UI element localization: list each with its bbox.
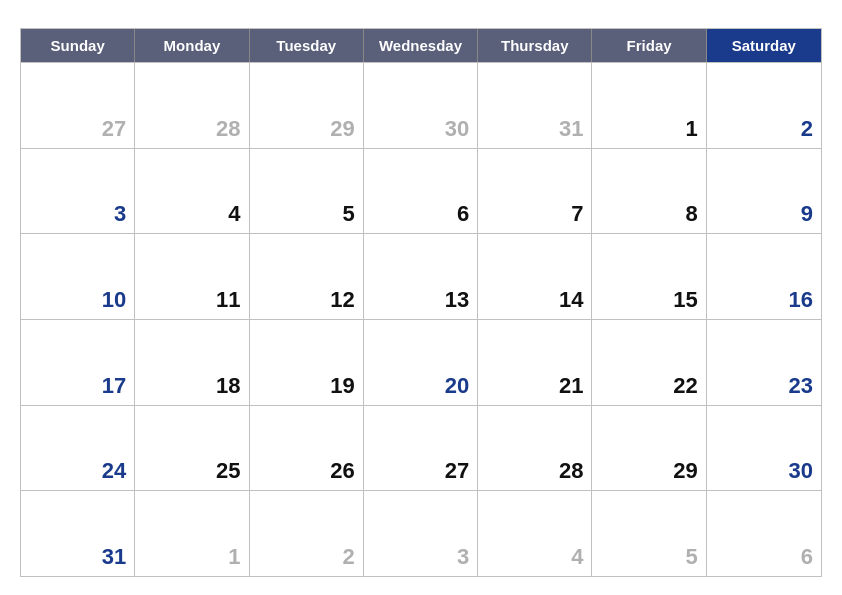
day-cell[interactable]: 30 [364, 63, 478, 148]
day-number: 4 [228, 201, 240, 227]
day-cell[interactable]: 1 [592, 63, 706, 148]
day-cell[interactable]: 8 [592, 149, 706, 234]
day-number: 15 [673, 287, 697, 313]
day-number: 27 [102, 116, 126, 142]
day-number: 1 [228, 544, 240, 570]
day-cell[interactable]: 5 [250, 149, 364, 234]
day-cell[interactable]: 3 [21, 149, 135, 234]
day-number: 24 [102, 458, 126, 484]
week-row-2: 3456789 [21, 148, 821, 234]
day-cell[interactable]: 29 [592, 406, 706, 491]
day-cell[interactable]: 28 [478, 406, 592, 491]
day-number: 20 [445, 373, 469, 399]
day-number: 9 [801, 201, 813, 227]
day-cell[interactable]: 23 [707, 320, 821, 405]
day-cell[interactable]: 26 [250, 406, 364, 491]
day-cell[interactable]: 25 [135, 406, 249, 491]
day-cell[interactable]: 16 [707, 234, 821, 319]
day-cell[interactable]: 14 [478, 234, 592, 319]
day-header-monday: Monday [135, 29, 249, 62]
day-cell[interactable]: 17 [21, 320, 135, 405]
day-cell[interactable]: 15 [592, 234, 706, 319]
day-cell[interactable]: 13 [364, 234, 478, 319]
day-cell[interactable]: 5 [592, 491, 706, 576]
day-number: 1 [685, 116, 697, 142]
day-cell[interactable]: 18 [135, 320, 249, 405]
day-cell[interactable]: 2 [250, 491, 364, 576]
week-row-3: 10111213141516 [21, 233, 821, 319]
weeks-container: 2728293031123456789101112131415161718192… [21, 62, 821, 576]
day-number: 17 [102, 373, 126, 399]
day-cell[interactable]: 6 [364, 149, 478, 234]
week-row-5: 24252627282930 [21, 405, 821, 491]
week-row-4: 17181920212223 [21, 319, 821, 405]
day-number: 5 [343, 201, 355, 227]
day-header-friday: Friday [592, 29, 706, 62]
day-cell[interactable]: 31 [478, 63, 592, 148]
day-cell[interactable]: 30 [707, 406, 821, 491]
day-number: 3 [114, 201, 126, 227]
day-number: 4 [571, 544, 583, 570]
day-number: 6 [457, 201, 469, 227]
day-cell[interactable]: 4 [135, 149, 249, 234]
week-row-6: 31123456 [21, 490, 821, 576]
day-cell[interactable]: 27 [364, 406, 478, 491]
day-number: 10 [102, 287, 126, 313]
day-cell[interactable]: 3 [364, 491, 478, 576]
day-headers-row: SundayMondayTuesdayWednesdayThursdayFrid… [21, 29, 821, 62]
day-number: 25 [216, 458, 240, 484]
day-number: 29 [330, 116, 354, 142]
day-cell[interactable]: 2 [707, 63, 821, 148]
day-header-saturday: Saturday [707, 29, 821, 62]
day-number: 22 [673, 373, 697, 399]
day-number: 3 [457, 544, 469, 570]
day-number: 28 [216, 116, 240, 142]
day-number: 5 [685, 544, 697, 570]
day-header-thursday: Thursday [478, 29, 592, 62]
day-number: 8 [685, 201, 697, 227]
day-number: 23 [789, 373, 813, 399]
day-header-wednesday: Wednesday [364, 29, 478, 62]
day-number: 26 [330, 458, 354, 484]
day-number: 16 [789, 287, 813, 313]
day-number: 2 [343, 544, 355, 570]
day-cell[interactable]: 19 [250, 320, 364, 405]
day-cell[interactable]: 10 [21, 234, 135, 319]
day-number: 12 [330, 287, 354, 313]
day-number: 11 [216, 287, 240, 313]
day-number: 21 [559, 373, 583, 399]
calendar-grid: SundayMondayTuesdayWednesdayThursdayFrid… [20, 28, 822, 577]
day-number: 31 [102, 544, 126, 570]
day-number: 30 [445, 116, 469, 142]
day-cell[interactable]: 22 [592, 320, 706, 405]
day-cell[interactable]: 12 [250, 234, 364, 319]
day-header-tuesday: Tuesday [250, 29, 364, 62]
day-cell[interactable]: 21 [478, 320, 592, 405]
day-cell[interactable]: 20 [364, 320, 478, 405]
day-number: 28 [559, 458, 583, 484]
day-cell[interactable]: 7 [478, 149, 592, 234]
day-cell[interactable]: 11 [135, 234, 249, 319]
day-number: 30 [789, 458, 813, 484]
day-number: 27 [445, 458, 469, 484]
day-number: 31 [559, 116, 583, 142]
day-number: 14 [559, 287, 583, 313]
week-row-1: 272829303112 [21, 62, 821, 148]
day-number: 29 [673, 458, 697, 484]
day-number: 18 [216, 373, 240, 399]
day-cell[interactable]: 27 [21, 63, 135, 148]
day-cell[interactable]: 28 [135, 63, 249, 148]
day-cell[interactable]: 29 [250, 63, 364, 148]
day-cell[interactable]: 9 [707, 149, 821, 234]
day-number: 7 [571, 201, 583, 227]
day-cell[interactable]: 31 [21, 491, 135, 576]
day-cell[interactable]: 4 [478, 491, 592, 576]
day-cell[interactable]: 24 [21, 406, 135, 491]
day-number: 19 [330, 373, 354, 399]
day-cell[interactable]: 1 [135, 491, 249, 576]
day-number: 13 [445, 287, 469, 313]
day-cell[interactable]: 6 [707, 491, 821, 576]
day-header-sunday: Sunday [21, 29, 135, 62]
day-number: 2 [801, 116, 813, 142]
day-number: 6 [801, 544, 813, 570]
